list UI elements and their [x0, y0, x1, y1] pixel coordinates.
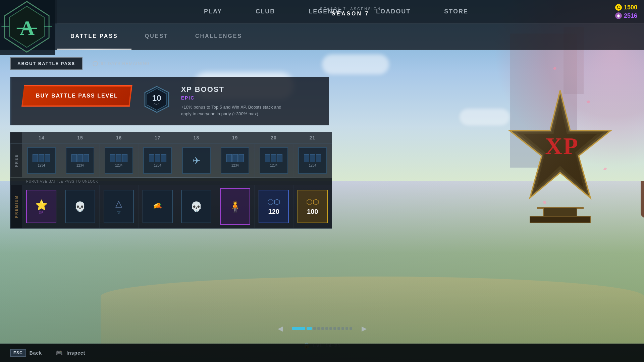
back-action[interactable]: ESC Back	[10, 349, 42, 357]
craft-value-21: 1234	[309, 164, 316, 167]
craft-stacks-16	[110, 154, 127, 162]
special-card-18[interactable]: ✈	[182, 147, 211, 174]
weapon-skin-card[interactable]: 🔫	[143, 190, 173, 223]
craft-stacks-19	[226, 154, 244, 162]
stack-20-1	[265, 154, 270, 162]
nav-bottom: ◀ ▶	[273, 322, 371, 335]
spray-icon-15: 💀	[74, 201, 86, 212]
boost-level-number: 10	[152, 94, 161, 102]
xp-boost-hexagon: 10 AVA	[143, 85, 171, 114]
stack-1	[33, 154, 38, 162]
level-cols: 14 15 16 17 18 19 20 21	[22, 132, 332, 143]
xp-label: XP	[39, 211, 44, 214]
nav-dot-4[interactable]	[321, 327, 324, 330]
premium-item-15[interactable]: 💀	[61, 185, 100, 228]
craft-stacks	[33, 154, 50, 162]
spray-card-15[interactable]: 💀	[65, 190, 95, 223]
legend-skin-card[interactable]: 🧍	[220, 188, 250, 225]
nav-dot-9[interactable]	[341, 327, 344, 330]
season-main-label: SEASON 7	[332, 11, 370, 17]
craft-stacks-15	[71, 154, 89, 162]
about-battle-pass-button[interactable]: ABOUT BATTLE PASS	[10, 57, 83, 70]
nav-dot-10[interactable]	[345, 327, 348, 330]
free-item-18[interactable]: ✈	[177, 144, 216, 177]
next-arrow[interactable]: ▶	[357, 322, 371, 335]
craft-stacks-21	[304, 154, 321, 162]
stack-19-1	[226, 154, 232, 162]
subnav-battle-pass[interactable]: BATTLE PASS	[57, 23, 131, 50]
xp-boost-card[interactable]: ⭐ XP	[26, 190, 56, 223]
prev-arrow[interactable]: ◀	[273, 322, 287, 335]
stack-20-2	[271, 154, 276, 162]
free-item-16[interactable]: 1234	[100, 144, 139, 177]
premium-item-21[interactable]: ⬡⬡ 100	[293, 185, 332, 228]
subnav: BATTLE PASS QUEST CHALLENGES	[0, 23, 644, 50]
free-row-label: FREE	[10, 144, 22, 177]
boost-level-sub: AVA	[152, 102, 161, 105]
level-16: 16	[100, 132, 138, 143]
inspect-action[interactable]: 🎮 Inspect	[55, 349, 85, 357]
season-sub-label: SEASON 7: ASCENSION	[320, 7, 381, 11]
stack-19-3	[238, 154, 244, 162]
gun-charm-card[interactable]: △ ▽	[104, 190, 134, 223]
days-remaining-text: 61 DAYS REMAINING	[101, 61, 150, 66]
nav-dots	[292, 327, 352, 330]
craft-value-20: 1234	[270, 164, 277, 167]
stack-17-3	[161, 154, 166, 162]
stack-17-2	[155, 154, 160, 162]
coins-value: 100	[307, 208, 318, 216]
nav-dot-0[interactable]	[292, 327, 305, 330]
premium-item-20[interactable]: ⬡⬡ 120	[255, 185, 293, 228]
free-item-14[interactable]: 1234	[22, 144, 61, 177]
nav-dot-7[interactable]	[333, 327, 336, 330]
legend-icon: 🧍	[228, 200, 242, 213]
free-item-17[interactable]: 1234	[139, 144, 177, 177]
nav-dot-6[interactable]	[329, 327, 332, 330]
craft-card-21[interactable]: 1234	[298, 147, 327, 174]
premium-item-14[interactable]: ⭐ XP	[22, 185, 61, 228]
svg-text:A: A	[20, 16, 35, 39]
back-label: Back	[30, 350, 42, 356]
premium-row-cells: ⭐ XP 💀 △ ▽	[22, 185, 332, 228]
nav-dot-5[interactable]	[325, 327, 328, 330]
apex-logo[interactable]: A	[0, 0, 59, 59]
craft-card-15[interactable]: 1234	[66, 147, 94, 174]
premium-item-18[interactable]: 💀	[177, 185, 216, 228]
nav-dot-11[interactable]	[350, 327, 352, 330]
esc-key[interactable]: ESC	[10, 349, 26, 357]
crafting-metals-card[interactable]: ⬡⬡ 120	[259, 190, 289, 223]
premium-item-16[interactable]: △ ▽	[100, 185, 139, 228]
craft-card-19[interactable]: 1234	[221, 147, 249, 174]
nav-dot-3[interactable]	[317, 327, 320, 330]
apex-coins-card[interactable]: ⬡⬡ 100	[298, 190, 328, 223]
subnav-quest[interactable]: QUEST	[131, 23, 182, 50]
craft-value-16: 1234	[115, 164, 122, 167]
xp-boost-title: XP BOOST	[181, 85, 319, 94]
free-item-15[interactable]: 1234	[61, 144, 100, 177]
premium-item-19[interactable]: 🧍	[216, 185, 255, 228]
craft-card-16[interactable]: 1234	[105, 147, 133, 174]
nav-dot-8[interactable]	[337, 327, 340, 330]
metals-value: 120	[268, 208, 279, 216]
premium-item-17[interactable]: 🔫	[139, 185, 177, 228]
craft-card-17[interactable]: 1234	[143, 147, 172, 174]
spray-card-18[interactable]: 💀	[181, 190, 211, 223]
nav-dot-1[interactable]	[307, 327, 312, 330]
info-panel: BUY BATTLE PASS LEVEL 10 AVA XP BOOST EP…	[10, 77, 329, 125]
level-numbers-row: 14 15 16 17 18 19 20 21	[10, 132, 332, 144]
level-21: 21	[293, 132, 332, 143]
about-bar: ABOUT BATTLE PASS ○ 61 DAYS REMAINING	[10, 57, 634, 70]
nav-dot-2[interactable]	[313, 327, 316, 330]
subnav-challenges[interactable]: CHALLENGES	[182, 23, 256, 50]
free-item-19[interactable]: 1234	[216, 144, 255, 177]
metals-icon: ⬡⬡	[267, 198, 280, 206]
free-row-cells: 1234 1234	[22, 144, 332, 177]
days-remaining: ○ 61 DAYS REMAINING	[93, 61, 150, 66]
buy-battle-pass-level-button[interactable]: BUY BATTLE PASS LEVEL	[21, 85, 132, 107]
free-item-21[interactable]: 1234	[293, 144, 332, 177]
craft-card-14[interactable]: 1234	[27, 147, 56, 174]
inspect-icon: 🎮	[55, 349, 63, 357]
free-item-20[interactable]: 1234	[255, 144, 293, 177]
craft-card-20[interactable]: 1234	[260, 147, 288, 174]
drone-charm-icon: △	[115, 198, 122, 209]
